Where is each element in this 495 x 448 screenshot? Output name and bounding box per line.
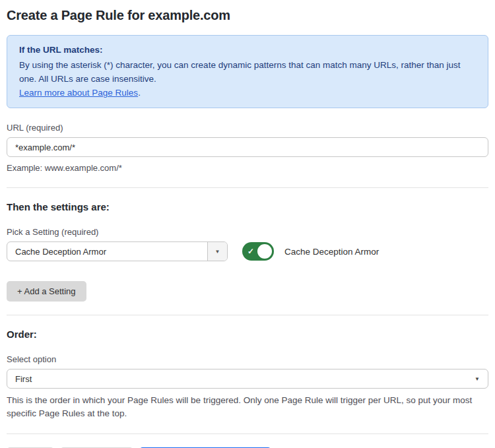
url-field-label: URL (required) (7, 123, 488, 133)
link-suffix: . (138, 88, 141, 98)
info-box-body-text: By using the asterisk (*) character, you… (19, 60, 461, 84)
setting-select[interactable]: Cache Deception Armor ▼ (7, 241, 228, 261)
dropdown-arrow-icon: ▼ (215, 249, 220, 255)
caret-down-icon: ▼ (475, 376, 480, 382)
info-box-body: By using the asterisk (*) character, you… (19, 58, 476, 100)
order-section-heading: Order: (7, 329, 488, 340)
learn-more-link[interactable]: Learn more about Page Rules (19, 88, 138, 98)
info-box-heading: If the URL matches: (19, 43, 476, 57)
add-setting-button[interactable]: + Add a Setting (7, 281, 86, 302)
divider (7, 433, 488, 434)
divider (7, 315, 488, 315)
page-title: Create a Page Rule for example.com (7, 8, 488, 23)
order-select-label: Select option (7, 354, 488, 364)
toggle-check-icon: ✓ (248, 247, 254, 255)
setting-row: Cache Deception Armor ▼ ✓ Cache Deceptio… (7, 241, 488, 261)
order-helper-text: This is the order in which your Page Rul… (7, 394, 488, 420)
setting-picker-label: Pick a Setting (required) (7, 227, 488, 237)
url-match-info-box: If the URL matches: By using the asteris… (7, 35, 488, 108)
setting-toggle-label: Cache Deception Armor (284, 247, 379, 257)
order-select-value: First (15, 374, 32, 384)
setting-toggle[interactable]: ✓ (242, 242, 274, 261)
toggle-knob (256, 243, 273, 260)
order-select[interactable]: First ▼ (7, 369, 488, 389)
setting-select-value: Cache Deception Armor (7, 242, 207, 261)
settings-section-heading: Then the settings are: (7, 201, 488, 212)
url-field-helper: Example: www.example.com/* (7, 162, 488, 174)
setting-select-arrow-button[interactable]: ▼ (207, 242, 227, 261)
url-input[interactable] (7, 137, 488, 157)
divider (7, 187, 488, 188)
